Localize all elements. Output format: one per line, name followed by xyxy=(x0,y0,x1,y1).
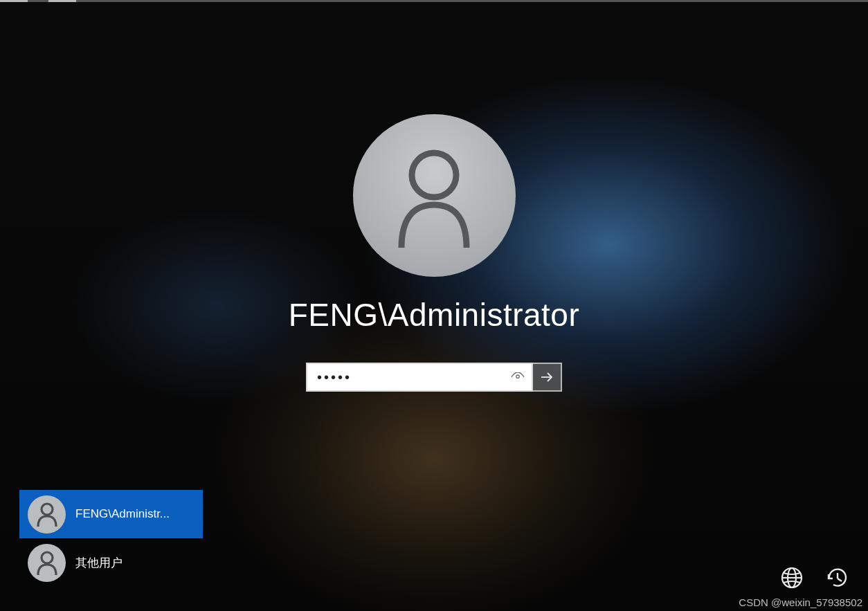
reveal-password-button[interactable] xyxy=(507,364,529,390)
ease-of-access-button[interactable] xyxy=(824,564,851,592)
eye-icon xyxy=(511,372,525,382)
arrow-right-icon xyxy=(539,370,554,385)
user-icon xyxy=(36,550,58,575)
network-icon xyxy=(780,566,804,590)
svg-point-3 xyxy=(42,504,53,515)
account-item-administrator[interactable]: FENG\Administr... xyxy=(19,490,203,538)
user-icon xyxy=(389,144,479,248)
password-box xyxy=(306,363,533,392)
username-display: FENG\Administrator xyxy=(289,296,580,334)
account-label: 其他用户 xyxy=(75,555,123,571)
submit-button[interactable] xyxy=(533,363,562,392)
svg-line-9 xyxy=(838,578,842,581)
ease-of-access-icon xyxy=(826,566,849,590)
svg-point-4 xyxy=(42,552,53,563)
account-avatar xyxy=(28,495,66,534)
svg-point-1 xyxy=(516,375,519,378)
account-item-other-user[interactable]: 其他用户 xyxy=(19,538,203,587)
account-label: FENG\Administr... xyxy=(75,507,170,521)
window-top-edge xyxy=(0,0,868,2)
account-avatar xyxy=(28,544,66,582)
user-icon xyxy=(36,502,58,527)
password-input[interactable] xyxy=(307,364,532,390)
watermark-text: CSDN @weixin_57938502 xyxy=(739,596,862,608)
password-row xyxy=(306,363,562,392)
network-button[interactable] xyxy=(778,564,806,592)
user-avatar-large xyxy=(353,114,516,277)
login-center-panel: FENG\Administrator xyxy=(0,114,868,392)
svg-point-0 xyxy=(412,153,456,197)
account-list: FENG\Administr... 其他用户 xyxy=(19,490,203,587)
utility-buttons xyxy=(778,564,851,592)
